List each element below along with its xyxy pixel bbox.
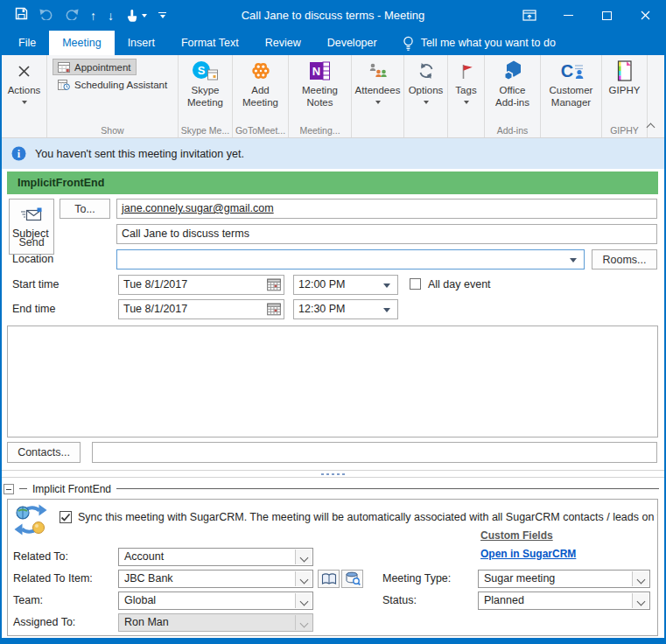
actions-label: Actions bbox=[8, 85, 41, 97]
related-to-item-combobox[interactable]: JBC Bank bbox=[118, 570, 313, 588]
to-field[interactable]: jane.connely.sugar@gmail.com bbox=[116, 199, 657, 219]
status-label: Status: bbox=[382, 592, 417, 610]
dropdown-arrow-icon[interactable] bbox=[383, 308, 390, 312]
location-combobox[interactable] bbox=[116, 249, 585, 270]
recipient-address[interactable]: jane.connely.sugar@gmail.com bbox=[122, 202, 274, 214]
customize-quick-access-icon[interactable] bbox=[158, 12, 166, 19]
touch-mouse-mode-button[interactable] bbox=[125, 9, 147, 23]
tab-developer[interactable]: Developer bbox=[314, 31, 390, 55]
collapse-section-icon[interactable] bbox=[4, 484, 14, 494]
assigned-to-value: Ron Man bbox=[124, 616, 169, 628]
contacts-button[interactable]: Contacts... bbox=[7, 442, 81, 463]
dropdown-chevron-icon[interactable] bbox=[295, 571, 312, 586]
search-records-button[interactable] bbox=[341, 570, 363, 588]
add-meeting-label: Add Meeting bbox=[236, 85, 285, 109]
tab-review[interactable]: Review bbox=[252, 31, 314, 55]
custom-fields-link[interactable]: Custom Fields bbox=[480, 529, 553, 542]
assigned-to-combobox-disabled: Ron Man bbox=[118, 613, 313, 632]
section-dash bbox=[19, 488, 27, 489]
tell-me-box[interactable]: Tell me what you want to do bbox=[390, 31, 568, 55]
rooms-button[interactable]: Rooms... bbox=[592, 249, 657, 270]
attendees-button[interactable]: Attendees bbox=[352, 55, 403, 137]
related-to-item-value: JBC Bank bbox=[124, 572, 173, 584]
database-search-icon bbox=[345, 571, 361, 586]
ribbon-group-addins: Office Add-ins Add-ins bbox=[485, 55, 541, 137]
maximize-button[interactable] bbox=[587, 0, 626, 31]
collapse-ribbon-icon[interactable] bbox=[647, 123, 655, 132]
customer-manager-button[interactable]: C Customer Manager bbox=[541, 55, 601, 137]
actions-button[interactable]: Actions bbox=[2, 55, 46, 137]
ribbon-spacer bbox=[648, 55, 664, 137]
previous-item-icon[interactable]: ↑ bbox=[90, 10, 96, 22]
open-in-sugarcrm-link[interactable]: Open in SugarCRM bbox=[480, 548, 576, 560]
dropdown-chevron-icon[interactable] bbox=[632, 593, 648, 608]
ribbon-group-meeting-notes: N Meeting Notes Meeting... bbox=[289, 55, 352, 137]
end-date-picker[interactable]: Tue 8/1/2017 bbox=[118, 299, 284, 319]
allday-checkbox[interactable] bbox=[410, 278, 421, 290]
calendar-icon[interactable] bbox=[267, 278, 281, 295]
dropdown-chevron-icon[interactable] bbox=[632, 571, 648, 586]
contacts-field[interactable] bbox=[92, 442, 657, 463]
close-button[interactable] bbox=[626, 0, 664, 31]
tab-file[interactable]: File bbox=[5, 31, 49, 55]
end-time-combobox[interactable]: 12:30 PM bbox=[293, 299, 398, 319]
options-button[interactable]: Options bbox=[404, 55, 447, 137]
address-book-button[interactable] bbox=[318, 570, 340, 588]
quick-access-toolbar: ↑ ↓ bbox=[15, 7, 166, 24]
onenote-icon: N bbox=[309, 60, 331, 82]
ribbon-group-customer-manager: C Customer Manager bbox=[541, 55, 602, 137]
attendees-people-icon bbox=[368, 60, 389, 82]
options-label: Options bbox=[409, 85, 444, 97]
minimize-button[interactable] bbox=[549, 0, 587, 31]
sync-checkbox[interactable] bbox=[60, 511, 72, 523]
undo-icon[interactable] bbox=[39, 8, 53, 24]
ribbon-group-giphy: GIPHY GIPHY bbox=[602, 55, 648, 137]
meeting-type-combobox[interactable]: Sugar meeting bbox=[478, 570, 650, 588]
team-combobox[interactable]: Global bbox=[118, 592, 313, 610]
save-icon[interactable] bbox=[15, 7, 28, 24]
pane-splitter[interactable] bbox=[0, 470, 666, 478]
giphy-icon bbox=[614, 60, 635, 82]
customer-manager-icon: C bbox=[558, 60, 585, 82]
dropdown-arrow-icon[interactable] bbox=[570, 258, 577, 262]
next-item-icon[interactable]: ↓ bbox=[108, 10, 114, 22]
tags-label: Tags bbox=[455, 85, 476, 97]
start-date-picker[interactable]: Tue 8/1/2017 bbox=[118, 275, 284, 295]
meeting-notes-label: Meeting Notes bbox=[296, 85, 345, 109]
group-label-show: Show bbox=[47, 125, 178, 136]
related-to-combobox[interactable]: Account bbox=[118, 548, 313, 566]
checkmark-icon bbox=[60, 513, 71, 522]
dropdown-chevron-icon[interactable] bbox=[295, 550, 312, 564]
end-time-value: 12:30 PM bbox=[298, 303, 346, 315]
send-envelope-icon bbox=[20, 206, 43, 222]
ribbon-tabs: File Meeting Insert Format Text Review D… bbox=[0, 31, 666, 55]
allday-label: All day event bbox=[428, 275, 491, 295]
dropdown-chevron-icon[interactable] bbox=[295, 593, 312, 608]
ribbon-display-options-button[interactable] bbox=[510, 0, 549, 31]
subject-label: Subject bbox=[12, 224, 49, 244]
svg-text:S: S bbox=[198, 64, 206, 77]
lightbulb-icon bbox=[403, 36, 414, 51]
office-addins-cube-icon bbox=[501, 60, 524, 82]
message-body-editor[interactable] bbox=[7, 326, 658, 438]
tags-button[interactable]: Tags bbox=[448, 55, 484, 137]
tab-meeting[interactable]: Meeting bbox=[49, 31, 114, 55]
appointment-button[interactable]: Appointment bbox=[53, 59, 137, 75]
subject-field[interactable]: Call Jane to discuss terms bbox=[116, 224, 657, 244]
tab-format-text[interactable]: Format Text bbox=[168, 31, 252, 55]
scheduling-assistant-label: Scheduling Assistant bbox=[74, 80, 167, 90]
calendar-icon[interactable] bbox=[267, 303, 281, 319]
status-combobox[interactable]: Planned bbox=[478, 592, 650, 610]
start-time-combobox[interactable]: 12:00 PM bbox=[293, 275, 398, 295]
ribbon-group-gotomeeting: Add Meeting GoToMeet... bbox=[233, 55, 289, 137]
end-time-label: End time bbox=[12, 299, 55, 319]
redo-icon[interactable] bbox=[65, 8, 79, 24]
svg-text:N: N bbox=[312, 65, 320, 78]
dropdown-arrow-icon[interactable] bbox=[383, 284, 390, 288]
related-to-label: Related To: bbox=[13, 548, 68, 566]
infobar: i You haven't sent this meeting invitati… bbox=[2, 138, 664, 169]
to-button[interactable]: To... bbox=[60, 199, 110, 219]
tab-insert[interactable]: Insert bbox=[115, 31, 168, 55]
ribbon-group-skype: S Skype Meeting Skype Me... bbox=[179, 55, 233, 137]
scheduling-assistant-button[interactable]: Scheduling Assistant bbox=[53, 76, 172, 93]
